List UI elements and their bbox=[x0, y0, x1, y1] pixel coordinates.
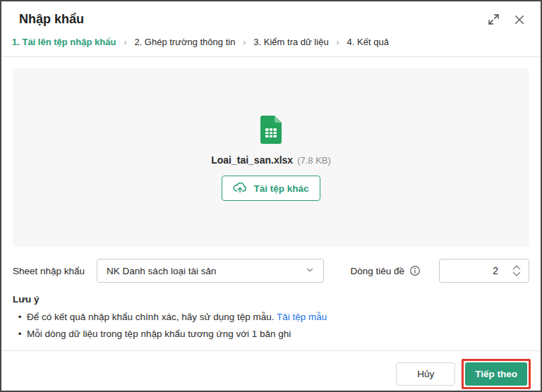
uploaded-file-info: Loai_tai_san.xlsx (7.8 KB) bbox=[211, 154, 331, 166]
header-icons bbox=[488, 13, 525, 25]
list-item: Để có kết quả nhập khẩu chính xác, hãy s… bbox=[13, 311, 529, 323]
upload-panel: Loai_tai_san.xlsx (7.8 KB) Tải tệp khác bbox=[13, 68, 529, 247]
page-title: Nhập khẩu bbox=[19, 12, 84, 27]
upload-other-file-label: Tải tệp khác bbox=[253, 183, 308, 194]
close-icon[interactable] bbox=[514, 14, 525, 25]
chevron-down-icon bbox=[305, 265, 315, 277]
import-dialog: Nhập khẩu 1. Tải lên tệp nhập khẩu › 2. … bbox=[0, 0, 542, 392]
spinner-down-icon[interactable] bbox=[512, 271, 521, 278]
bullet-icon bbox=[13, 328, 27, 340]
header-row-value: 2 bbox=[440, 265, 509, 276]
cancel-button[interactable]: Hủy bbox=[396, 362, 455, 386]
notes-section: Lưu ý Để có kết quả nhập khẩu chính xác,… bbox=[1, 283, 541, 345]
file-name: Loai_tai_san.xlsx bbox=[211, 154, 293, 166]
dialog-footer: Hủy Tiếp theo bbox=[1, 350, 541, 391]
dialog-header: Nhập khẩu bbox=[1, 1, 541, 30]
upload-other-file-button[interactable]: Tải tệp khác bbox=[222, 176, 320, 201]
cloud-upload-icon bbox=[233, 181, 247, 195]
spinner-up-icon[interactable] bbox=[512, 264, 521, 271]
step-map-fields[interactable]: 2. Ghép trường thông tin bbox=[134, 37, 235, 47]
excel-file-icon bbox=[259, 114, 283, 148]
list-item: Mỗi dòng dữ liệu trong tệp nhập khẩu tươ… bbox=[13, 328, 529, 340]
chevron-right-icon: › bbox=[124, 37, 126, 47]
step-upload-file[interactable]: 1. Tải lên tệp nhập khẩu bbox=[12, 37, 116, 47]
step-breadcrumb: 1. Tải lên tệp nhập khẩu › 2. Ghép trườn… bbox=[1, 30, 541, 56]
expand-icon[interactable] bbox=[488, 13, 500, 25]
bullet-icon bbox=[13, 311, 27, 323]
step-result[interactable]: 4. Kết quả bbox=[347, 37, 389, 47]
annotation-highlight-box: Tiếp theo bbox=[462, 359, 531, 389]
next-button[interactable]: Tiếp theo bbox=[465, 362, 527, 386]
sheet-select-label: Sheet nhập khẩu bbox=[13, 266, 85, 276]
notes-title: Lưu ý bbox=[13, 294, 529, 305]
chevron-right-icon: › bbox=[337, 37, 339, 47]
file-size: (7.8 KB) bbox=[297, 155, 331, 166]
sheet-select-value: NK Danh sách loại tài sản bbox=[107, 266, 216, 276]
step-check-data[interactable]: 3. Kiểm tra dữ liệu bbox=[253, 37, 328, 47]
note-1-text: Để có kết quả nhập khẩu chính xác, hãy s… bbox=[27, 312, 275, 322]
header-row-group: Dòng tiêu đề 2 bbox=[350, 259, 529, 283]
note-2-text: Mỗi dòng dữ liệu trong tệp nhập khẩu tươ… bbox=[27, 328, 291, 340]
chevron-right-icon: › bbox=[243, 37, 246, 47]
sheet-select[interactable]: NK Danh sách loại tài sản bbox=[97, 259, 324, 283]
number-spinner bbox=[509, 264, 529, 278]
header-divider bbox=[1, 56, 541, 57]
note-text: Để có kết quả nhập khẩu chính xác, hãy s… bbox=[27, 311, 327, 323]
info-icon[interactable] bbox=[409, 265, 421, 276]
download-template-link[interactable]: Tải tệp mẫu bbox=[277, 312, 327, 322]
sheet-settings-row: Sheet nhập khẩu NK Danh sách loại tài sả… bbox=[1, 259, 541, 283]
header-row-label: Dòng tiêu đề bbox=[350, 266, 404, 276]
header-row-input[interactable]: 2 bbox=[439, 259, 529, 283]
